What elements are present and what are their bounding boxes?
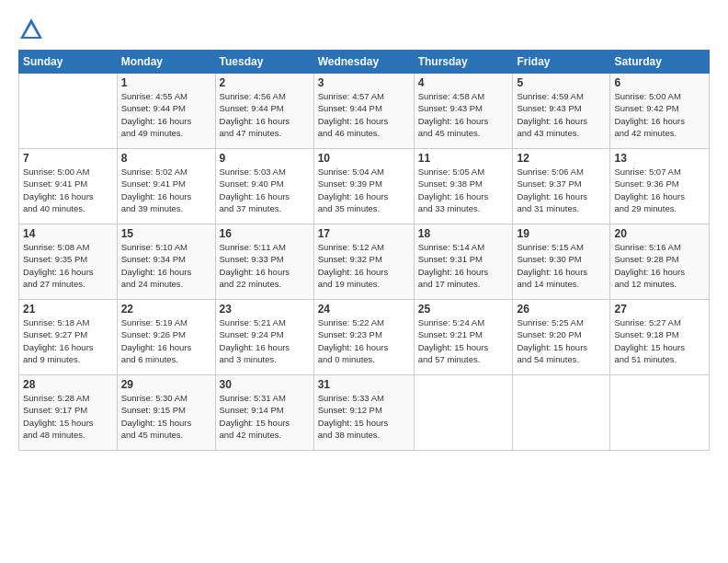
header (18, 17, 710, 42)
day-number: 28 (23, 378, 113, 391)
day-info: Sunrise: 5:08 AMSunset: 9:35 PMDaylight:… (23, 241, 113, 290)
day-info: Sunrise: 5:04 AMSunset: 9:39 PMDaylight:… (318, 166, 410, 214)
day-number: 19 (517, 227, 606, 240)
day-info: Sunrise: 5:00 AMSunset: 9:42 PMDaylight:… (614, 90, 705, 139)
day-number: 11 (418, 152, 509, 165)
day-number: 26 (517, 303, 606, 316)
day-info: Sunrise: 4:57 AMSunset: 9:44 PMDaylight:… (318, 90, 410, 139)
day-info: Sunrise: 5:07 AMSunset: 9:36 PMDaylight:… (614, 166, 705, 214)
calendar-cell: 18Sunrise: 5:14 AMSunset: 9:31 PMDayligh… (414, 224, 513, 300)
day-number: 27 (614, 303, 705, 316)
calendar-cell: 1Sunrise: 4:55 AMSunset: 9:44 PMDaylight… (117, 74, 215, 149)
header-day-monday: Monday (117, 51, 215, 74)
header-day-saturday: Saturday (610, 51, 710, 74)
header-row: SundayMondayTuesdayWednesdayThursdayFrid… (19, 51, 710, 74)
day-info: Sunrise: 5:24 AMSunset: 9:21 PMDaylight:… (418, 316, 509, 365)
day-info: Sunrise: 4:56 AMSunset: 9:44 PMDaylight:… (220, 90, 310, 139)
calendar-cell: 8Sunrise: 5:02 AMSunset: 9:41 PMDaylight… (117, 149, 215, 224)
day-info: Sunrise: 5:18 AMSunset: 9:27 PMDaylight:… (23, 316, 113, 365)
day-number: 3 (318, 76, 410, 89)
calendar-cell: 21Sunrise: 5:18 AMSunset: 9:27 PMDayligh… (19, 300, 118, 375)
day-info: Sunrise: 5:22 AMSunset: 9:23 PMDaylight:… (318, 316, 410, 365)
day-number: 13 (614, 152, 705, 165)
day-info: Sunrise: 5:19 AMSunset: 9:26 PMDaylight:… (121, 316, 211, 365)
calendar-cell (19, 74, 118, 149)
header-day-tuesday: Tuesday (215, 51, 313, 74)
day-info: Sunrise: 5:30 AMSunset: 9:15 PMDaylight:… (121, 392, 211, 441)
calendar-cell: 23Sunrise: 5:21 AMSunset: 9:24 PMDayligh… (215, 300, 313, 375)
week-row-3: 21Sunrise: 5:18 AMSunset: 9:27 PMDayligh… (19, 300, 710, 375)
day-info: Sunrise: 5:25 AMSunset: 9:20 PMDaylight:… (517, 316, 606, 365)
calendar-cell: 10Sunrise: 5:04 AMSunset: 9:39 PMDayligh… (313, 149, 414, 224)
day-number: 18 (418, 227, 509, 240)
calendar-body: 1Sunrise: 4:55 AMSunset: 9:44 PMDaylight… (19, 74, 710, 451)
calendar-cell: 17Sunrise: 5:12 AMSunset: 9:32 PMDayligh… (313, 224, 414, 300)
day-number: 16 (220, 227, 310, 240)
day-number: 10 (318, 152, 410, 165)
day-number: 14 (23, 227, 113, 240)
day-info: Sunrise: 5:03 AMSunset: 9:40 PMDaylight:… (220, 166, 310, 214)
week-row-4: 28Sunrise: 5:28 AMSunset: 9:17 PMDayligh… (19, 375, 710, 451)
calendar-cell: 2Sunrise: 4:56 AMSunset: 9:44 PMDaylight… (215, 74, 313, 149)
calendar-cell: 12Sunrise: 5:06 AMSunset: 9:37 PMDayligh… (513, 149, 610, 224)
day-number: 8 (121, 152, 211, 165)
header-day-wednesday: Wednesday (313, 51, 414, 74)
calendar-cell: 24Sunrise: 5:22 AMSunset: 9:23 PMDayligh… (313, 300, 414, 375)
day-number: 22 (121, 303, 211, 316)
week-row-1: 7Sunrise: 5:00 AMSunset: 9:41 PMDaylight… (19, 149, 710, 224)
day-info: Sunrise: 4:58 AMSunset: 9:43 PMDaylight:… (418, 90, 509, 139)
day-number: 5 (517, 76, 606, 89)
calendar-cell: 6Sunrise: 5:00 AMSunset: 9:42 PMDaylight… (610, 74, 710, 149)
day-info: Sunrise: 5:12 AMSunset: 9:32 PMDaylight:… (318, 241, 410, 290)
calendar-cell: 26Sunrise: 5:25 AMSunset: 9:20 PMDayligh… (513, 300, 610, 375)
day-number: 31 (318, 378, 410, 391)
calendar-cell: 9Sunrise: 5:03 AMSunset: 9:40 PMDaylight… (215, 149, 313, 224)
day-number: 4 (418, 76, 509, 89)
calendar-cell: 3Sunrise: 4:57 AMSunset: 9:44 PMDaylight… (313, 74, 414, 149)
day-number: 20 (614, 227, 705, 240)
calendar-header: SundayMondayTuesdayWednesdayThursdayFrid… (19, 51, 710, 74)
day-info: Sunrise: 5:14 AMSunset: 9:31 PMDaylight:… (418, 241, 509, 290)
day-info: Sunrise: 5:33 AMSunset: 9:12 PMDaylight:… (318, 392, 410, 441)
header-day-sunday: Sunday (19, 51, 118, 74)
day-info: Sunrise: 4:59 AMSunset: 9:43 PMDaylight:… (517, 90, 606, 139)
calendar-cell: 7Sunrise: 5:00 AMSunset: 9:41 PMDaylight… (19, 149, 118, 224)
header-day-friday: Friday (513, 51, 610, 74)
day-info: Sunrise: 5:10 AMSunset: 9:34 PMDaylight:… (121, 241, 211, 290)
day-number: 7 (23, 152, 113, 165)
calendar-cell: 5Sunrise: 4:59 AMSunset: 9:43 PMDaylight… (513, 74, 610, 149)
day-number: 29 (121, 378, 211, 391)
day-number: 12 (517, 152, 606, 165)
day-info: Sunrise: 5:21 AMSunset: 9:24 PMDaylight:… (220, 316, 310, 365)
day-number: 1 (121, 76, 211, 89)
day-info: Sunrise: 5:11 AMSunset: 9:33 PMDaylight:… (220, 241, 310, 290)
day-number: 15 (121, 227, 211, 240)
calendar-cell (610, 375, 710, 451)
day-info: Sunrise: 5:27 AMSunset: 9:18 PMDaylight:… (614, 316, 705, 365)
day-number: 30 (220, 378, 310, 391)
day-info: Sunrise: 4:55 AMSunset: 9:44 PMDaylight:… (121, 90, 211, 139)
day-info: Sunrise: 5:16 AMSunset: 9:28 PMDaylight:… (614, 241, 705, 290)
day-number: 2 (220, 76, 310, 89)
week-row-0: 1Sunrise: 4:55 AMSunset: 9:44 PMDaylight… (19, 74, 710, 149)
calendar-cell: 15Sunrise: 5:10 AMSunset: 9:34 PMDayligh… (117, 224, 215, 300)
calendar-cell: 28Sunrise: 5:28 AMSunset: 9:17 PMDayligh… (19, 375, 118, 451)
calendar-cell: 29Sunrise: 5:30 AMSunset: 9:15 PMDayligh… (117, 375, 215, 451)
calendar-cell: 16Sunrise: 5:11 AMSunset: 9:33 PMDayligh… (215, 224, 313, 300)
logo-icon (18, 17, 44, 42)
day-info: Sunrise: 5:31 AMSunset: 9:14 PMDaylight:… (220, 392, 310, 441)
header-day-thursday: Thursday (414, 51, 513, 74)
logo (18, 17, 46, 42)
day-number: 24 (318, 303, 410, 316)
calendar-cell: 11Sunrise: 5:05 AMSunset: 9:38 PMDayligh… (414, 149, 513, 224)
day-number: 17 (318, 227, 410, 240)
week-row-2: 14Sunrise: 5:08 AMSunset: 9:35 PMDayligh… (19, 224, 710, 300)
calendar-cell: 19Sunrise: 5:15 AMSunset: 9:30 PMDayligh… (513, 224, 610, 300)
day-number: 25 (418, 303, 509, 316)
page: SundayMondayTuesdayWednesdayThursdayFrid… (0, 0, 728, 563)
day-info: Sunrise: 5:15 AMSunset: 9:30 PMDaylight:… (517, 241, 606, 290)
day-number: 6 (614, 76, 705, 89)
calendar-cell: 30Sunrise: 5:31 AMSunset: 9:14 PMDayligh… (215, 375, 313, 451)
calendar-cell: 25Sunrise: 5:24 AMSunset: 9:21 PMDayligh… (414, 300, 513, 375)
day-info: Sunrise: 5:28 AMSunset: 9:17 PMDaylight:… (23, 392, 113, 441)
